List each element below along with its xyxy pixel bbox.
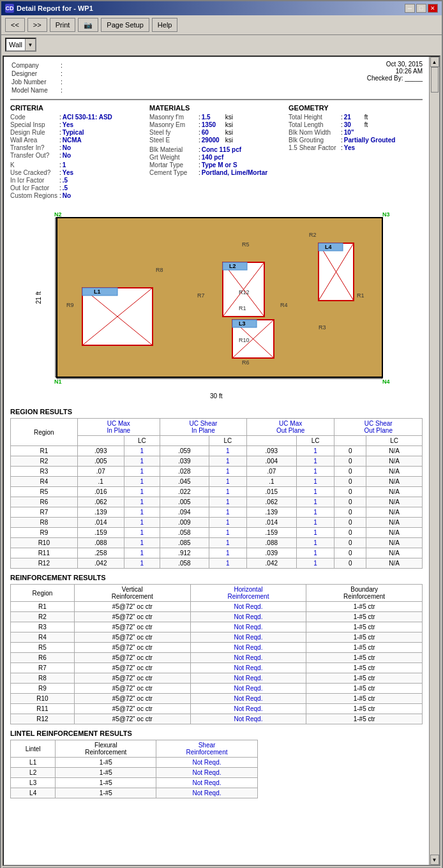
lintel-results-title: LINTEL REINFORCEMENT RESULTS — [10, 730, 423, 737]
scroll-content[interactable]: Company: Designer: Job Number: Model Nam… — [4, 57, 429, 865]
crit-custom-regions: Custom Regions : No — [10, 192, 144, 199]
region-result-row: R9 .159 1 .058 1 .159 1 0 N/A — [11, 528, 423, 538]
crit-k: K : 1 — [10, 161, 144, 168]
svg-text:N1: N1 — [54, 378, 62, 385]
print-button[interactable]: Print — [50, 18, 76, 32]
crit-transfer-in: Transfer In? : No — [10, 144, 144, 151]
svg-text:L4: L4 — [325, 244, 332, 250]
wall-selector-area: Wall ▼ — [1, 35, 442, 54]
rr-col-boundary: BoundaryReinforcement — [306, 585, 423, 602]
sub-col-7 — [334, 436, 366, 446]
crit-insp: Special Insp : Yes — [10, 121, 144, 128]
crit-cracked-label: Use Cracked? — [10, 169, 58, 176]
mat-grt: Grt Weight : 140 pcf — [149, 154, 283, 161]
crit-design-rule-value: Typical — [63, 129, 84, 136]
scroll-up-button[interactable]: ▲ — [430, 57, 439, 67]
reinf-result-row: R11 #5@72" oc ctr Not Reqd. 1-#5 ctr — [11, 704, 423, 714]
lr-col-flexural: FlexuralReinforcement — [56, 740, 156, 758]
criteria-column: CRITERIA Code : ACI 530-11: ASD Special … — [10, 104, 144, 200]
reinf-result-row: R10 #5@72" oc ctr Not Reqd. 1-#5 ctr — [11, 694, 423, 704]
scroll-down-button[interactable]: ▼ — [430, 855, 439, 865]
sub-col-4: LC — [209, 436, 246, 446]
mat-fm: Masonry f'm : 1.5 ksi — [149, 114, 283, 121]
window-title: Detail Report for - WP1 — [17, 4, 93, 12]
sub-col-3 — [160, 436, 209, 446]
window-controls: ─ □ ✕ — [405, 4, 438, 13]
rr-col-region: Region — [11, 585, 75, 602]
col-region: Region — [11, 419, 78, 446]
reinf-result-row: R7 #5@72" oc ctr Not Reqd. 1-#5 ctr — [11, 663, 423, 673]
help-button[interactable]: Help — [152, 18, 178, 32]
reinf-result-row: R1 #5@72" oc ctr Not Reqd. 1-#5 ctr — [11, 602, 423, 612]
geom-length: Total Length : 30 ft — [289, 121, 423, 128]
crit-in-icr-label: In Icr Factor — [10, 177, 58, 184]
sub-col-6: LC — [296, 436, 334, 446]
reinf-result-row: R2 #5@72" oc ctr Not Reqd. 1-#5 ctr — [11, 612, 423, 622]
minimize-button[interactable]: ─ — [405, 4, 415, 13]
crit-custom-regions-label: Custom Regions — [10, 192, 58, 199]
title-bar: CD Detail Report for - WP1 ─ □ ✕ — [1, 1, 442, 15]
materials-title: MATERIALS — [149, 104, 283, 112]
designer-label: Designer — [11, 70, 59, 77]
camera-button[interactable]: 📷 — [78, 18, 98, 32]
col-uc-max-op-header: UC MaxOut Plane — [246, 419, 334, 436]
scrollbar-vertical[interactable]: ▲ ▼ — [429, 57, 439, 865]
crit-out-icr: Out Icr Factor : .5 — [10, 184, 144, 191]
region-result-row: R3 .07 1 .028 1 .07 1 0 N/A — [11, 467, 423, 477]
toolbar: << >> Print 📷 Page Setup Help — [1, 15, 442, 35]
svg-text:R1: R1 — [239, 305, 246, 311]
header-right: Oct 30, 2015 10:26 AM Checked By: _____ — [367, 61, 423, 95]
crit-transfer-out: Transfer Out? : No — [10, 152, 144, 159]
app-icon: CD — [5, 4, 14, 13]
crit-insp-label: Special Insp — [10, 121, 58, 128]
scroll-thumb[interactable] — [431, 67, 439, 93]
sub-col-2: LC — [124, 436, 160, 446]
region-result-row: R4 .1 1 .045 1 .1 1 0 N/A — [11, 477, 423, 487]
model-name-label: Model Name — [11, 87, 59, 94]
crit-transfer-out-value: No — [63, 152, 71, 159]
nav-next-button[interactable]: >> — [27, 18, 47, 32]
wall-svg: N2 N3 N1 N4 — [44, 208, 395, 393]
nav-prev-button[interactable]: << — [5, 18, 25, 32]
svg-text:N2: N2 — [54, 211, 62, 218]
mat-mortar: Mortar Type : Type M or S — [149, 161, 283, 168]
reinf-result-row: R12 #5@72" oc ctr Not Reqd. 1-#5 ctr — [11, 714, 423, 724]
wall-dropdown-arrow[interactable]: ▼ — [25, 39, 35, 50]
col-uc-shear-ip-header: UC ShearIn Plane — [160, 419, 246, 436]
height-label: 21 ft — [35, 292, 42, 304]
header-left-table: Company: Designer: Job Number: Model Nam… — [10, 61, 67, 95]
maximize-button[interactable]: □ — [416, 4, 426, 13]
sub-col-5 — [246, 436, 296, 446]
mat-cement: Cement Type : Portland, Lime/Mortar — [149, 169, 283, 176]
crit-cracked: Use Cracked? : Yes — [10, 169, 144, 176]
crit-code-label: Code — [10, 114, 58, 121]
svg-text:N4: N4 — [382, 378, 390, 385]
checked-by: Checked By: _____ — [367, 75, 423, 82]
crit-out-icr-value: .5 — [63, 184, 68, 191]
geom-width: Blk Nom Width : 10" — [289, 129, 423, 136]
close-button[interactable]: ✕ — [428, 4, 438, 13]
lintel-result-row: L4 1-#5 Not Reqd. — [11, 788, 258, 798]
crit-code-value: ACI 530-11: ASD — [63, 114, 112, 121]
sub-col-1 — [77, 436, 124, 446]
region-result-row: R2 .005 1 .039 1 .004 1 0 N/A — [11, 456, 423, 467]
wall-diagram: 21 ft 30 ft N2 N3 N1 N4 — [31, 205, 402, 403]
wall-value: Wall — [6, 40, 25, 49]
time-value: 10:26 AM — [367, 68, 423, 75]
page-setup-button[interactable]: Page Setup — [101, 18, 149, 32]
region-result-row: R6 .062 1 .005 1 .062 1 0 N/A — [11, 497, 423, 507]
region-result-row: R7 .139 1 .094 1 .139 1 0 N/A — [11, 507, 423, 518]
main-window: CD Detail Report for - WP1 ─ □ ✕ << >> P… — [0, 0, 443, 868]
region-result-row: R11 .258 1 .912 1 .039 1 0 N/A — [11, 548, 423, 558]
lintel-results-table: Lintel FlexuralReinforcement ShearReinfo… — [10, 740, 258, 798]
wall-dropdown[interactable]: Wall ▼ — [5, 38, 36, 52]
mat-e: Steel E : 29000 ksi — [149, 137, 283, 144]
mat-fy: Steel fy : 60 ksi — [149, 129, 283, 136]
geom-grouting: Blk Grouting : Partially Grouted — [289, 137, 423, 144]
materials-column: MATERIALS Masonry f'm : 1.5 ksi Masonry … — [149, 104, 283, 200]
svg-text:R12: R12 — [239, 289, 250, 296]
rr-col-vertical: VerticalReinforcement — [74, 585, 190, 602]
info-section: CRITERIA Code : ACI 530-11: ASD Special … — [10, 104, 423, 200]
crit-insp-value: Yes — [63, 121, 73, 128]
criteria-title: CRITERIA — [10, 104, 144, 112]
